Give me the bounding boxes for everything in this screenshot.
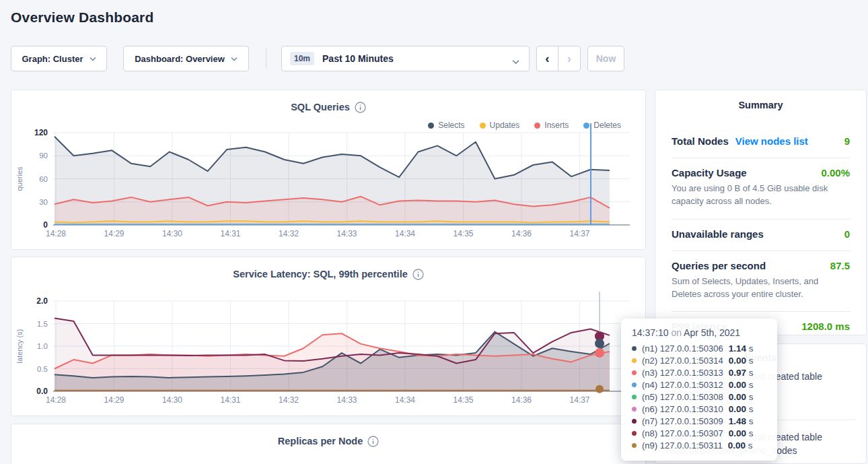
x-tick-label: 14:33: [336, 395, 357, 405]
graph-dropdown[interactable]: Graph: Cluster: [11, 46, 107, 71]
time-range-label: Past 10 Minutes: [322, 53, 394, 64]
graph-dropdown-label: Graph: Cluster: [22, 54, 83, 64]
node-address: (n7) 127.0.0.1:50309: [642, 416, 723, 426]
node-latency-value: 0.00 s: [729, 392, 754, 402]
hover-point-dot: [595, 348, 604, 358]
chart-hover-tooltip: 14:37:10 on Apr 5th, 2021 (n1) 127.0.0.1…: [621, 319, 777, 461]
node-series-dot: [632, 443, 637, 448]
node-series-dot: [632, 370, 637, 375]
capacity-desc: You are using 0 B of 4.5 GiB usable disk…: [672, 183, 850, 208]
tooltip-node-row: (n1) 127.0.0.1:503061.14 s: [632, 342, 766, 354]
node-address: (n1) 127.0.0.1:50306: [642, 343, 723, 354]
x-tick-label: 14:36: [511, 395, 532, 405]
qps-value: 87.5: [830, 260, 850, 271]
unavailable-value: 0: [844, 228, 850, 240]
chevron-down-icon: [89, 57, 96, 61]
node-latency-value: 1.14 s: [729, 343, 754, 354]
total-nodes-value: 9: [844, 135, 850, 147]
x-tick-label: 14:30: [162, 229, 182, 238]
tooltip-timestamp: 14:37:10 on Apr 5th, 2021: [632, 327, 766, 338]
y-tick-label: 1.0: [37, 342, 48, 350]
node-latency-value: 0.00 s: [729, 404, 754, 414]
node-latency-unit: s: [746, 440, 753, 451]
node-latency-value: 0.00 s: [729, 356, 754, 366]
node-latency-value: 1.48 s: [729, 416, 754, 426]
total-nodes-label: Total Nodes: [672, 135, 729, 147]
summary-row-unavailable: Unavailable ranges 0: [672, 220, 850, 251]
node-latency-value: 0.00 s: [728, 440, 753, 451]
chevron-down-icon: [231, 57, 238, 61]
summary-row-capacity: Capacity Usage 0.00% You are using 0 B o…: [672, 158, 850, 220]
node-address: (n4) 127.0.0.1:50312: [642, 380, 723, 390]
x-tick-label: 14:36: [511, 229, 532, 238]
tooltip-node-row: (n5) 127.0.0.1:503080.00 s: [632, 391, 766, 403]
x-tick-label: 14:35: [453, 395, 473, 405]
summary-row-total-nodes: Total Nodes View nodes list 9: [672, 127, 850, 158]
x-tick-label: 14:34: [395, 229, 415, 238]
node-latency-unit: s: [746, 343, 754, 354]
tooltip-node-row: (n8) 127.0.0.1:503070.00 s: [632, 427, 766, 439]
y-tick-label: 30: [39, 198, 48, 206]
node-series-dot: [632, 346, 637, 351]
dashboard-dropdown[interactable]: Dashboard: Overview: [123, 46, 249, 71]
time-range-badge: 10m: [290, 52, 314, 65]
chevron-down-icon: [512, 57, 519, 67]
unavailable-label: Unavailable ranges: [672, 228, 764, 240]
y-tick-label: 90: [39, 152, 48, 160]
toolbar-divider: [266, 48, 266, 69]
node-address: (n9) 127.0.0.1:50311: [642, 440, 723, 451]
x-tick-label: 14:31: [220, 229, 240, 238]
y-axis-unit-label: latency (s): [15, 329, 24, 364]
info-icon[interactable]: [367, 436, 379, 447]
now-button[interactable]: Now: [587, 46, 624, 71]
tooltip-node-row: (n7) 127.0.0.1:503091.48 s: [632, 415, 766, 427]
service-latency-card: Service Latency: SQL, 99th percentile 14…: [11, 257, 646, 416]
node-address: (n6) 127.0.0.1:50310: [642, 404, 723, 414]
service-latency-chart[interactable]: 14:2814:2914:3014:3114:3214:3314:3414:35…: [11, 257, 647, 417]
node-series-dot: [632, 407, 637, 411]
time-next-button[interactable]: ›: [558, 46, 580, 71]
x-tick-label: 14:35: [453, 229, 473, 238]
y-tick-label: 120: [34, 128, 48, 137]
tooltip-node-row: (n3) 127.0.0.1:503130.97 s: [632, 366, 766, 378]
x-tick-label: 14:37: [569, 395, 589, 405]
time-range-dropdown[interactable]: 10m Past 10 Minutes: [281, 46, 530, 71]
node-latency-unit: s: [746, 392, 754, 402]
y-tick-label: 0.5: [37, 365, 48, 373]
tooltip-node-row: (n6) 127.0.0.1:503100.00 s: [632, 403, 766, 415]
replicas-card: Replicas per Node: [11, 424, 646, 464]
view-nodes-list-link[interactable]: View nodes list: [735, 135, 808, 147]
qps-desc: Sum of Selects, Updates, Inserts, and De…: [672, 275, 850, 301]
tooltip-node-row: (n9) 127.0.0.1:503110.00 s: [632, 439, 766, 451]
node-series-dot: [632, 395, 637, 399]
node-series-dot: [632, 358, 637, 363]
dashboard-dropdown-label: Dashboard: Overview: [135, 54, 225, 64]
summary-panel: Summary Total Nodes View nodes list 9 Ca…: [655, 90, 867, 335]
capacity-label: Capacity Usage: [672, 167, 747, 178]
time-step-buttons: ‹ ›: [536, 46, 581, 71]
x-tick-label: 14:32: [279, 229, 299, 238]
node-address: (n2) 127.0.0.1:50314: [642, 356, 723, 366]
x-tick-label: 14:33: [336, 229, 357, 238]
time-prev-button[interactable]: ‹: [537, 46, 558, 71]
tooltip-node-row: (n4) 127.0.0.1:503120.00 s: [632, 378, 766, 391]
x-tick-label: 14:29: [104, 229, 124, 238]
node-latency-unit: s: [746, 428, 754, 438]
node-latency-unit: s: [746, 404, 754, 414]
x-tick-label: 14:31: [220, 395, 240, 405]
node-latency-value: 0.00 s: [729, 380, 754, 390]
sql-queries-chart[interactable]: 14:2814:2914:3014:3114:3214:3314:3414:35…: [11, 90, 647, 251]
node-latency-value: 0.97 s: [729, 368, 754, 378]
summary-row-qps: Queries per second 87.5 Sum of Selects, …: [672, 251, 850, 312]
x-tick-label: 14:28: [46, 229, 66, 238]
page-title: Overview Dashboard: [11, 9, 154, 26]
summary-heading: Summary: [655, 90, 866, 110]
node-series-dot: [632, 383, 637, 387]
node-latency-unit: s: [746, 380, 754, 390]
x-tick-label: 14:28: [46, 395, 66, 405]
tooltip-node-row: (n2) 127.0.0.1:503140.00 s: [632, 354, 766, 366]
y-axis-unit-label: queries: [15, 166, 24, 191]
node-series-dot: [632, 431, 637, 436]
y-tick-label: 60: [39, 175, 48, 183]
x-tick-label: 14:32: [279, 395, 299, 405]
